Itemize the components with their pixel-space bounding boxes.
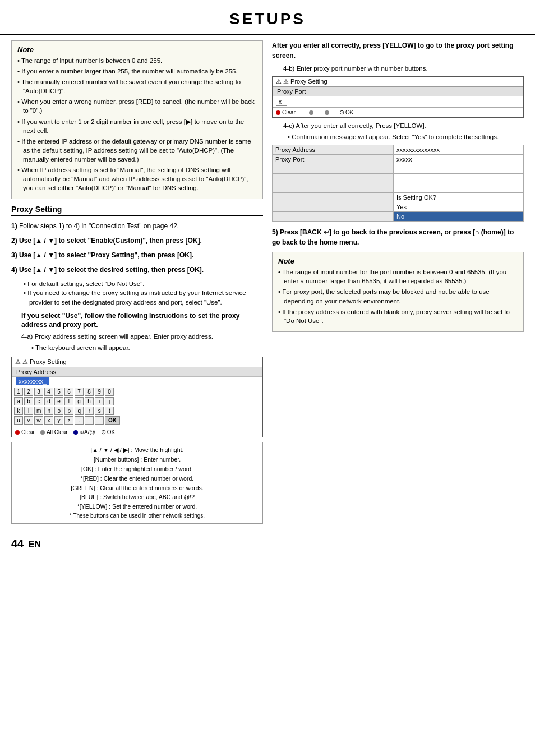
- right-column: After you enter all correctly, press [YE…: [272, 40, 524, 526]
- note-item: If you enter a number larger than 255, t…: [17, 67, 257, 76]
- clear-btn[interactable]: Clear: [15, 429, 35, 435]
- ok-btn[interactable]: OK: [101, 428, 115, 436]
- step-3: 3) Use [▲ / ▼] to select "Proxy Setting"…: [11, 250, 263, 260]
- left-column: Note The range of input number is betwee…: [11, 40, 263, 526]
- step-1: 1) Follow steps 1) to 4) in "Connection …: [11, 221, 263, 231]
- legend-row: * These buttons can be used in other net…: [16, 511, 258, 520]
- proxy-port-header: ⚠ ⚠ Proxy Setting: [273, 77, 523, 87]
- table-row-is-setting: Is Setting OK?: [273, 193, 524, 202]
- proxy-port-ok-btn[interactable]: OK: [339, 109, 353, 116]
- table-label-proxy-port: Proxy Port: [273, 155, 394, 164]
- section-title-proxy: Proxy Setting: [11, 205, 263, 216]
- keyboard-grid: 1234567890 abcdefghij klmnopqrst uvwxyz.…: [12, 386, 262, 427]
- confirmation-table: Proxy Address xxxxxxxxxxxxxx Proxy Port …: [272, 145, 524, 222]
- proxy-address-label: Proxy Address: [16, 368, 56, 375]
- note-item-2: The range of input number for the port n…: [278, 268, 518, 285]
- legend-row: *[YELLOW] : Set the entered number or wo…: [16, 502, 258, 511]
- keyboard-screen-header: ⚠ ⚠ Proxy Setting: [12, 357, 262, 367]
- step-4: 4) Use [▲ / ▼] to select the desired set…: [11, 265, 263, 275]
- step4a-title: 4-a) Proxy address setting screen will a…: [21, 332, 263, 341]
- step-5: 5) Press [BACK ↩] to go back to the prev…: [272, 227, 524, 247]
- table-value-proxy-address: xxxxxxxxxxxxxx: [393, 145, 523, 155]
- table-label-proxy-address: Proxy Address: [273, 145, 394, 155]
- note-list: The range of input number is between 0 a…: [17, 56, 257, 192]
- table-row: Proxy Port xxxxx: [273, 155, 524, 164]
- proxy-port-input-area: x: [273, 96, 523, 107]
- all-clear-btn[interactable]: All Clear: [40, 429, 68, 435]
- keyboard-screen: ⚠ ⚠ Proxy Setting Proxy Address xxxxxxxx…: [11, 357, 263, 437]
- keyboard-screen-footer: Clear All Clear a/A/@ OK: [12, 427, 262, 437]
- note-title: Note: [17, 45, 257, 54]
- note-item: When you enter a wrong number, press [RE…: [17, 97, 257, 115]
- legend-box: [▲ / ▼ / ◀ / ▶] : Move the highlight. [N…: [11, 442, 263, 524]
- table-value-is-setting: Is Setting OK?: [393, 193, 523, 202]
- table-row-empty-3: [273, 183, 524, 193]
- note-title-2: Note: [278, 257, 518, 265]
- page-lang: EN: [29, 540, 41, 549]
- note-item: When IP address setting is set to "Manua…: [17, 165, 257, 192]
- legend-row: [OK] : Enter the highlighted number / wo…: [16, 464, 258, 474]
- note-item: If you want to enter 1 or 2 digit number…: [17, 117, 257, 135]
- key-row-k: klmnopqrst: [14, 407, 260, 415]
- proxy-port-footer: Clear OK: [273, 107, 523, 117]
- step4c-bullet: Confirmation message will appear. Select…: [288, 132, 524, 141]
- key-row-u: uvwxyz.-_OK: [14, 416, 260, 425]
- warn-icon2: ⚠: [276, 78, 282, 85]
- table-value-yes[interactable]: Yes: [393, 202, 523, 212]
- step-2: 2) Use [▲ / ▼] to select "Enable(Custom)…: [11, 236, 263, 246]
- instructions-bold: If you select "Use", follow the followin…: [21, 311, 263, 330]
- table-row-empty-1: [273, 164, 524, 174]
- legend-row: *[RED] : Clear the entered number or wor…: [16, 474, 258, 483]
- legend-row: [▲ / ▼ / ◀ / ▶] : Move the highlight.: [16, 445, 258, 455]
- table-value-proxy-port: xxxxx: [393, 155, 523, 164]
- note-item: The manually entered number will be save…: [17, 77, 257, 95]
- table-row-yes: Yes: [273, 202, 524, 212]
- proxy-port-clear-btn[interactable]: Clear: [276, 109, 296, 116]
- step4-bullet-1: For default settings, select "Do Not Use…: [24, 279, 263, 288]
- table-value-no[interactable]: No: [393, 212, 523, 222]
- step4a-bullet: The keyboard screen will appear.: [31, 343, 263, 352]
- proxy-port-screen: ⚠ ⚠ Proxy Setting Proxy Port x Clear OK: [272, 76, 524, 118]
- step4b: 4-b) Enter proxy port number with number…: [283, 64, 524, 73]
- proxy-port-label: Proxy Port: [277, 88, 306, 95]
- page-number: 44: [11, 537, 24, 550]
- note-item: If the entered IP address or the default…: [17, 137, 257, 164]
- table-row: Proxy Address xxxxxxxxxxxxxx: [273, 145, 524, 155]
- proxy-port-input-field[interactable]: x: [276, 98, 287, 106]
- step4-bullet-2: If you need to change the proxy setting …: [24, 288, 263, 306]
- page-title: SETUPS: [0, 0, 535, 35]
- note-list-2: The range of input number for the port n…: [278, 268, 518, 325]
- note-item: The range of input number is between 0 a…: [17, 56, 257, 65]
- after-note: After you enter all correctly, press [YE…: [272, 40, 524, 61]
- step4c-title: 4-c) After you enter all correctly, Pres…: [283, 121, 524, 130]
- note-box-bottom: Note The range of input number for the p…: [272, 252, 524, 332]
- key-row-a: abcdefghij: [14, 397, 260, 405]
- page-footer: 44 EN: [0, 532, 535, 556]
- warn-icon: ⚠: [15, 358, 21, 365]
- table-row-empty-2: [273, 174, 524, 183]
- legend-row: [GREEN] : Clear all the entered numbers …: [16, 483, 258, 493]
- note-item-2: For proxy port, the selected ports may b…: [278, 287, 518, 305]
- legend-row: [BLUE] : Switch between abc, ABC and @!?: [16, 492, 258, 502]
- proxy-address-input[interactable]: xxxxxxxx_: [16, 377, 49, 385]
- table-row-no: No: [273, 212, 524, 222]
- note-box-top: Note The range of input number is betwee…: [11, 40, 263, 199]
- legend-row: [Number buttons] : Enter number.: [16, 455, 258, 464]
- key-row-numbers: 1234567890: [14, 388, 260, 396]
- note-item-2: If the proxy address is entered with bla…: [278, 307, 518, 325]
- aA-btn[interactable]: a/A/@: [73, 429, 95, 435]
